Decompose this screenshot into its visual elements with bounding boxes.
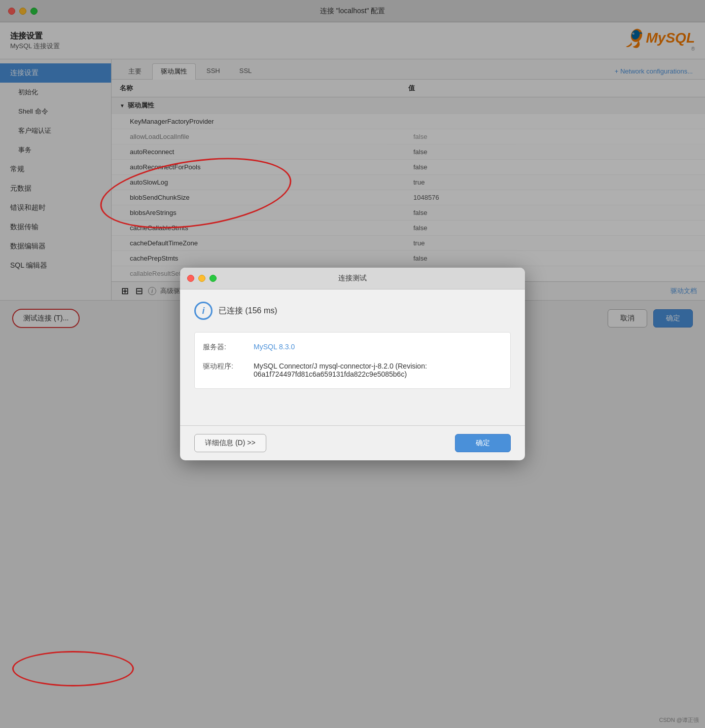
modal-status-text: 已连接 (156 ms) [219, 306, 277, 316]
server-value: MySQL 8.3.0 [254, 341, 502, 354]
driver-label: 驱动程序: [203, 360, 254, 380]
modal-ok-button[interactable]: 确定 [455, 434, 511, 452]
modal-overlay: 连接测试 i 已连接 (156 ms) 服务器: MySQL 8.3.0 驱动程… [0, 0, 705, 728]
modal-info-grid: 服务器: MySQL 8.3.0 驱动程序: MySQL Connector/J… [194, 332, 511, 389]
modal-footer: 详细信息 (D) >> 确定 [180, 425, 525, 460]
modal-close-button[interactable] [187, 275, 194, 282]
modal-status-row: i 已连接 (156 ms) [194, 302, 511, 320]
modal-maximize-button[interactable] [209, 275, 217, 282]
modal-minimize-button[interactable] [198, 275, 205, 282]
connection-test-modal: 连接测试 i 已连接 (156 ms) 服务器: MySQL 8.3.0 驱动程… [180, 268, 525, 460]
modal-traffic-lights [187, 275, 217, 282]
modal-info-icon: i [194, 302, 213, 320]
modal-details-button[interactable]: 详细信息 (D) >> [194, 434, 266, 452]
driver-value: MySQL Connector/J mysql-connector-j-8.2.… [254, 360, 502, 380]
modal-title-bar: 连接测试 [180, 268, 525, 289]
modal-title: 连接测试 [338, 274, 367, 283]
server-label: 服务器: [203, 341, 254, 354]
modal-body: i 已连接 (156 ms) 服务器: MySQL 8.3.0 驱动程序: My… [180, 289, 525, 425]
